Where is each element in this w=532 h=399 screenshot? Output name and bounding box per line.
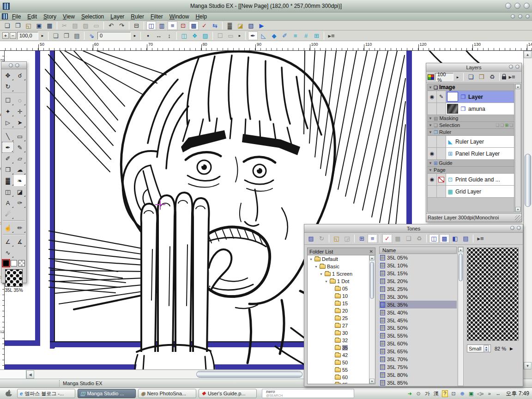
folder-list-close-icon[interactable]: ✕ <box>369 249 373 254</box>
chevron-icon[interactable]: » <box>486 390 492 397</box>
layer-visibility-toggle[interactable] <box>428 103 437 115</box>
dot-pen-tool[interactable]: ✏ <box>14 222 26 233</box>
tools-collapse-button[interactable] <box>9 63 13 67</box>
folder-tree-item-27[interactable]: 27 <box>308 322 375 329</box>
folder-scroll-thumb[interactable] <box>370 262 374 299</box>
new-folder-button[interactable]: ◲ <box>342 234 352 243</box>
show-check-button[interactable]: ✓ <box>382 234 392 243</box>
decoration-tool[interactable]: ❧ <box>14 175 26 186</box>
layer-edit-toggle[interactable] <box>437 136 446 147</box>
solid-figure-button[interactable]: ◆ <box>269 31 279 40</box>
folder-tree-item-65[interactable]: 65 <box>308 381 375 384</box>
menu-ruler[interactable]: Ruler <box>127 13 147 20</box>
section-collapse-icon[interactable]: ▼ <box>429 123 432 127</box>
guide-b-button[interactable]: ▭ <box>226 31 236 40</box>
checker-button[interactable]: ▩ <box>393 234 403 243</box>
menu-edit[interactable]: Edit <box>24 13 40 20</box>
ime-toolbar-icon[interactable]: ⊡ <box>451 390 457 397</box>
new-layer-button[interactable]: ❏ <box>466 73 476 81</box>
taskbar-button-manga-studio[interactable]: ◫Manga Studio ... <box>78 389 136 398</box>
layer-edit-toggle[interactable] <box>437 148 446 159</box>
new-page-button[interactable]: ❏ <box>2 21 12 30</box>
stitch-tool[interactable]: ✑ <box>14 197 26 208</box>
rotate-canvas-tool[interactable]: ↻ <box>2 81 14 92</box>
next-page-button[interactable]: ❐ <box>61 31 71 40</box>
volume-icon[interactable]: ◁» <box>477 390 484 397</box>
toolbar-menu-button[interactable]: ▸≡ <box>326 31 336 40</box>
guide-a-button[interactable]: ☐ <box>215 31 225 40</box>
background-color-swatch[interactable] <box>11 260 17 266</box>
layer-opacity-field[interactable]: 100 % <box>435 73 453 81</box>
photo-manager-icon[interactable]: ▣ <box>468 390 474 397</box>
ruler-pen-button[interactable]: ✒ <box>248 31 258 40</box>
layer-row-amuna[interactable]: ❐amuna <box>428 103 514 115</box>
toggle-layers-palette-button[interactable]: ≡ <box>168 21 177 30</box>
folder-tree-item-35[interactable]: 35 <box>308 344 375 351</box>
toggle-navigator-palette-button[interactable]: ⊡ <box>178 21 188 30</box>
preview-zoom-arrow-icon[interactable]: ▶ <box>510 346 513 351</box>
horizontal-scroll-thumb[interactable] <box>196 371 302 378</box>
scroll-up-button[interactable]: ▲ <box>524 51 532 58</box>
bucket-tool[interactable]: ❒ <box>2 164 14 175</box>
layer-section-image[interactable]: ▼❏Image <box>428 84 514 91</box>
eyedropper-tool[interactable]: ☄ <box>2 208 14 219</box>
tone-item-35l-60-[interactable]: 35L 60% <box>379 340 457 348</box>
tone-item-35l-85-[interactable]: 35L 85% <box>379 379 457 386</box>
new-tone-button[interactable]: ❏ <box>404 234 413 243</box>
mech-pen-tool[interactable]: ✎ <box>14 142 26 153</box>
tone-item-35l-70-[interactable]: 35L 70% <box>379 356 457 363</box>
tone-scroll-up-button[interactable]: ▲ <box>458 247 463 252</box>
ime-hanja-indicator[interactable]: 漢 <box>433 390 439 397</box>
opacity-presets-button[interactable]: ▸ <box>454 73 461 81</box>
grid-button[interactable]: ⊞ <box>312 31 321 40</box>
tone-item-35l-35-[interactable]: 35L 35% <box>379 301 457 308</box>
thumbnail-view-button[interactable]: ⊞ <box>357 234 367 243</box>
selection-mode-icon[interactable]: ⊞ <box>505 123 508 127</box>
fit-height-button[interactable]: ↕ <box>164 31 174 40</box>
size-spinner-icon[interactable]: ▲▼ <box>484 345 489 352</box>
lasso-tool[interactable]: ◌ <box>14 95 26 106</box>
folder-tree-item-1-dot[interactable]: ▼1 Dot <box>308 278 375 285</box>
vertical-scroll-thumb[interactable] <box>525 154 531 207</box>
updates-icon[interactable]: ⊙ <box>416 390 422 397</box>
layer-row-print-guide-and-[interactable]: ◉⊡Print Guide and ... <box>428 174 514 186</box>
ime-korean-indicator[interactable]: 가 <box>424 390 430 397</box>
tone-item-35l-75-[interactable]: 35L 75% <box>379 363 457 371</box>
layer-edit-toggle[interactable] <box>437 174 446 185</box>
child-restore-button[interactable] <box>518 14 522 18</box>
loupe-tool[interactable]: ∡ <box>14 236 26 247</box>
save-button[interactable]: ▣ <box>34 21 44 30</box>
panel-knife-tool[interactable]: ◪ <box>14 186 26 197</box>
magic-wand-tool[interactable]: ✦ <box>2 106 14 117</box>
tools-close-button[interactable] <box>15 63 19 67</box>
materials-button[interactable]: ◪ <box>236 21 245 30</box>
folder-tree-item-1-screen[interactable]: ▼1 Screen <box>308 270 375 278</box>
triangle-ruler-button[interactable]: ◺ <box>259 31 268 40</box>
prev-page-button[interactable]: ❏ <box>51 31 60 40</box>
folder-tree-item-20[interactable]: 20 <box>308 307 375 314</box>
layers-palette-titlebar[interactable]: Layers <box>426 63 521 72</box>
page-presets-button[interactable]: ▸ <box>132 32 138 40</box>
move-tool[interactable]: ✛ <box>14 106 26 117</box>
current-tone-swatch[interactable] <box>5 269 23 287</box>
undo-button[interactable]: ↶ <box>106 21 116 30</box>
folder-tree-item-05[interactable]: 05 <box>308 285 375 292</box>
flip-view-button[interactable]: ❖ <box>190 31 200 40</box>
parallel-lines-button[interactable]: ≡ <box>290 31 300 40</box>
tone-list-header[interactable]: Name <box>379 247 457 254</box>
paste-mode-tone-button[interactable]: ▩ <box>440 234 449 243</box>
layer-section-page[interactable]: ▼Page <box>428 167 514 174</box>
actual-size-button[interactable]: ▪ <box>143 31 153 40</box>
paste-mode-normal-button[interactable]: ◫ <box>429 234 439 243</box>
layer-visibility-toggle[interactable]: ◉ <box>428 148 437 159</box>
paste-tone-button[interactable]: ▨ <box>306 234 316 243</box>
view-more-button[interactable]: ▸ <box>236 32 243 40</box>
layer-visibility-toggle[interactable]: ◉ <box>428 91 437 103</box>
selection-mode-icon[interactable]: ❏ <box>509 123 513 127</box>
paste-mode-half-button[interactable]: ◧ <box>450 234 460 243</box>
tone-item-35l-50-[interactable]: 35L 50% <box>379 324 457 332</box>
layer-row-layer[interactable]: ◉✎❐Layer <box>428 91 514 103</box>
menu-layer[interactable]: Layer <box>107 13 127 20</box>
layer-color-display[interactable] <box>428 74 434 80</box>
nero-search-band[interactable]: nero @SEARCH <box>262 389 354 398</box>
